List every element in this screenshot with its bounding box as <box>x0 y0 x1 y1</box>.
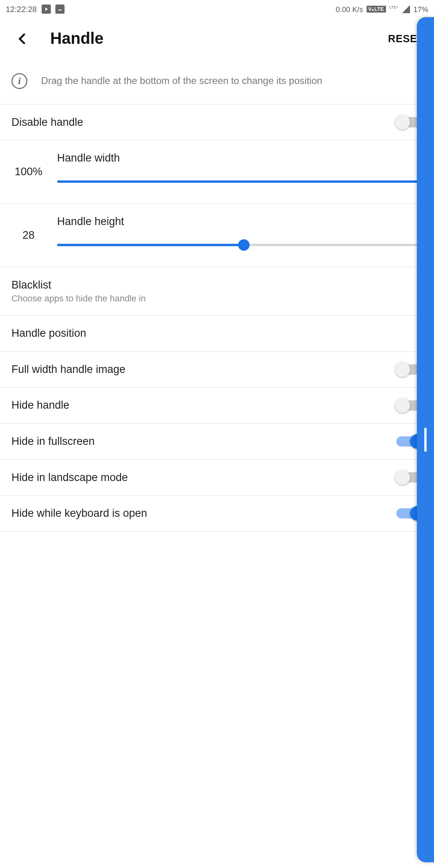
edge-gesture-handle[interactable] <box>417 17 434 862</box>
handle-width-slider[interactable] <box>57 180 430 183</box>
battery-percent: 17% <box>414 5 428 13</box>
row-hide-landscape[interactable]: Hide in landscape mode <box>0 460 434 496</box>
row-handle-position[interactable]: Handle position <box>0 316 434 352</box>
volte-icon: VₒLTE <box>366 6 386 12</box>
status-time: 12:22:28 <box>6 4 37 14</box>
lte-label: LTE+ <box>389 5 399 9</box>
info-text: Drag the handle at the bottom of the scr… <box>41 74 322 88</box>
label-hide-handle: Hide handle <box>11 399 396 411</box>
handle-width-label: Handle width <box>57 152 430 164</box>
youtube-icon <box>41 4 51 14</box>
page-title: Handle <box>50 30 104 48</box>
row-hide-handle[interactable]: Hide handle <box>0 388 434 424</box>
handle-height-slider[interactable] <box>57 244 430 246</box>
row-handle-height: 28 Handle height <box>0 204 434 267</box>
row-hide-fullscreen[interactable]: Hide in fullscreen <box>0 424 434 460</box>
app-bar: Handle RESET <box>0 18 434 59</box>
data-speed: 0.00 K/s <box>336 5 363 13</box>
row-full-width-image[interactable]: Full width handle image <box>0 352 434 388</box>
handle-height-label: Handle height <box>57 215 430 228</box>
status-bar: 12:22:28 0.00 K/s VₒLTE LTE+ 17% <box>0 0 434 18</box>
handle-width-value: 100% <box>0 141 57 203</box>
label-hide-fullscreen: Hide in fullscreen <box>11 435 396 448</box>
row-hide-keyboard[interactable]: Hide while keyboard is open <box>0 495 434 532</box>
label-full-width-image: Full width handle image <box>11 363 396 376</box>
back-button[interactable] <box>10 26 36 51</box>
info-icon: i <box>11 73 27 89</box>
info-banner: i Drag the handle at the bottom of the s… <box>0 59 434 104</box>
label-handle-position: Handle position <box>11 327 422 340</box>
picture-icon <box>55 4 64 14</box>
label-hide-landscape: Hide in landscape mode <box>11 471 396 483</box>
label-hide-keyboard: Hide while keyboard is open <box>11 507 396 520</box>
signal-icon <box>402 5 410 13</box>
label-blacklist: Blacklist <box>11 278 422 291</box>
row-handle-width: 100% Handle width <box>0 141 434 204</box>
sub-blacklist: Choose apps to hide the handle in <box>11 293 422 304</box>
label-disable-handle: Disable handle <box>11 116 396 128</box>
row-blacklist[interactable]: Blacklist Choose apps to hide the handle… <box>0 267 434 316</box>
row-disable-handle[interactable]: Disable handle <box>0 104 434 141</box>
grip-icon <box>424 428 427 452</box>
handle-height-value: 28 <box>0 204 57 266</box>
settings-list: Disable handle 100% Handle width 28 Hand… <box>0 104 434 532</box>
